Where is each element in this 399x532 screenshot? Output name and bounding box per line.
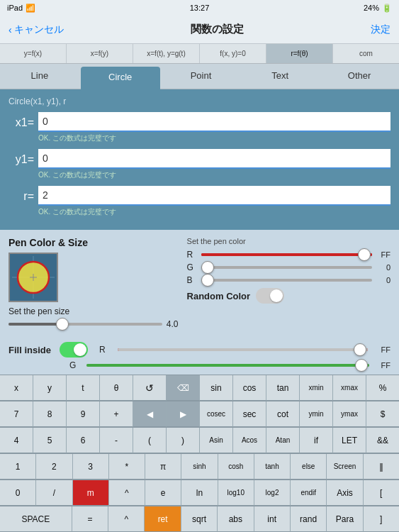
func-tab-f_xy[interactable]: f(x, y)=0: [200, 44, 266, 63]
key-if[interactable]: if: [300, 428, 333, 453]
key-cosec[interactable]: cosec: [200, 401, 233, 427]
key-close-bracket[interactable]: ]: [364, 506, 399, 532]
key-ymax[interactable]: ymax: [333, 401, 366, 427]
key-4[interactable]: 4: [0, 428, 33, 453]
key-sin[interactable]: sin: [200, 375, 233, 401]
key-atan[interactable]: Atan: [266, 428, 300, 453]
fill-g-track[interactable]: [86, 364, 369, 367]
key-y[interactable]: y: [33, 375, 67, 401]
g-value: 0: [376, 263, 390, 272]
b-track[interactable]: [201, 279, 372, 282]
sub-tab-line[interactable]: Line: [0, 64, 79, 89]
key-theta[interactable]: θ: [100, 375, 133, 401]
key-dollar[interactable]: $: [366, 401, 399, 427]
key-right[interactable]: ▶: [167, 401, 200, 427]
key-dblpipe[interactable]: ‖: [364, 454, 399, 480]
func-tab-x_ft[interactable]: x=f(t), y=g(t): [133, 44, 200, 63]
key-cos[interactable]: cos: [233, 375, 266, 401]
key-6[interactable]: 6: [67, 428, 100, 453]
key-acos[interactable]: Acos: [233, 428, 266, 453]
func-tab-x_fy[interactable]: x=f(y): [67, 44, 133, 63]
key-log10[interactable]: log10: [218, 480, 254, 506]
sub-tab-circle[interactable]: Circle: [81, 67, 160, 89]
r-track[interactable]: [201, 253, 372, 256]
key-abs[interactable]: abs: [218, 506, 254, 532]
g-track[interactable]: [201, 266, 372, 269]
key-tanh[interactable]: tanh: [254, 454, 291, 480]
key-para[interactable]: Para: [327, 506, 363, 532]
key-endif[interactable]: endif: [291, 480, 327, 506]
key-log2[interactable]: log2: [254, 480, 291, 506]
key-axis[interactable]: Axis: [327, 480, 363, 506]
pen-size-thumb[interactable]: [56, 318, 69, 331]
key-caret[interactable]: ^: [109, 480, 145, 506]
fill-r-track[interactable]: [118, 348, 368, 351]
key-e[interactable]: e: [145, 480, 181, 506]
key-left[interactable]: ◀: [133, 401, 167, 427]
key-caret2[interactable]: ^: [108, 506, 145, 532]
key-backspace[interactable]: ⌫: [167, 375, 200, 401]
sub-tab-other[interactable]: Other: [320, 64, 399, 89]
sub-tab-text[interactable]: Text: [240, 64, 320, 89]
key-9[interactable]: 9: [67, 401, 100, 427]
fill-inside-toggle[interactable]: [60, 342, 88, 358]
key-space[interactable]: SPACE: [0, 506, 72, 532]
key-screen[interactable]: Screen: [327, 454, 363, 480]
fill-r-thumb[interactable]: [354, 343, 366, 356]
cancel-button[interactable]: ‹ キャンセル: [9, 23, 64, 36]
key-multiply[interactable]: *: [109, 454, 145, 480]
key-m[interactable]: m: [73, 480, 109, 506]
key-plus[interactable]: +: [100, 401, 133, 427]
y1-input[interactable]: [38, 149, 390, 169]
ok-button[interactable]: 決定: [371, 23, 390, 36]
key-openparen[interactable]: (: [133, 428, 167, 453]
r-input[interactable]: [38, 186, 390, 206]
key-ymin[interactable]: ymin: [300, 401, 333, 427]
key-asin[interactable]: Asin: [200, 428, 233, 453]
key-let[interactable]: LET: [333, 428, 366, 453]
fill-g-thumb[interactable]: [355, 359, 368, 372]
key-percent[interactable]: %: [366, 375, 399, 401]
key-divide[interactable]: /: [36, 480, 72, 506]
key-t[interactable]: t: [67, 375, 100, 401]
key-int[interactable]: int: [254, 506, 291, 532]
key-ln[interactable]: ln: [181, 480, 218, 506]
key-closeparen[interactable]: ): [167, 428, 200, 453]
x1-input[interactable]: [38, 112, 390, 132]
sub-tab-point[interactable]: Point: [162, 64, 241, 89]
key-minus[interactable]: -: [100, 428, 133, 453]
random-color-toggle[interactable]: [256, 288, 284, 304]
key-xmax[interactable]: xmax: [333, 375, 366, 401]
key-ret[interactable]: ret: [145, 506, 181, 532]
key-5[interactable]: 5: [33, 428, 67, 453]
key-tan[interactable]: tan: [266, 375, 300, 401]
key-0[interactable]: 0: [0, 480, 36, 506]
func-tab-y_fx[interactable]: y=f(x): [0, 44, 67, 63]
key-cosh[interactable]: cosh: [218, 454, 254, 480]
r-thumb[interactable]: [358, 248, 371, 261]
key-open-bracket[interactable]: [: [364, 480, 399, 506]
key-and[interactable]: &&: [366, 428, 399, 453]
key-undo[interactable]: ↺: [133, 375, 167, 401]
key-else[interactable]: else: [291, 454, 327, 480]
pen-size-track[interactable]: [9, 323, 162, 326]
key-1[interactable]: 1: [0, 454, 36, 480]
key-8[interactable]: 8: [33, 401, 67, 427]
key-sec[interactable]: sec: [233, 401, 266, 427]
b-thumb[interactable]: [201, 274, 214, 287]
key-equals[interactable]: =: [72, 506, 108, 532]
key-3[interactable]: 3: [73, 454, 109, 480]
pen-color-size-title: Pen Color & Size: [9, 237, 179, 248]
key-x[interactable]: x: [0, 375, 33, 401]
key-2[interactable]: 2: [36, 454, 72, 480]
key-pi[interactable]: π: [145, 454, 181, 480]
key-xmin[interactable]: xmin: [300, 375, 333, 401]
key-7[interactable]: 7: [0, 401, 33, 427]
key-cot[interactable]: cot: [266, 401, 300, 427]
func-tab-com[interactable]: com: [333, 44, 399, 63]
key-sqrt[interactable]: sqrt: [181, 506, 218, 532]
key-rand[interactable]: rand: [291, 506, 327, 532]
func-tab-r_ft[interactable]: r=f(θ): [266, 44, 333, 63]
g-thumb[interactable]: [201, 261, 214, 274]
key-sinh[interactable]: sinh: [181, 454, 218, 480]
